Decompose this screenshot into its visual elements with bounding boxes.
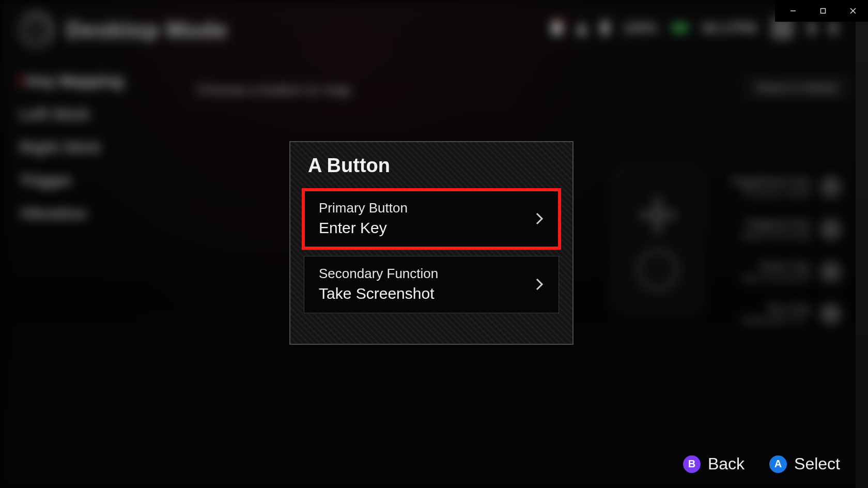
chevron-right-icon — [535, 211, 544, 226]
option-value: Enter Key — [319, 219, 408, 237]
button-mapping-modal: A Button Primary Button Enter Key Second… — [289, 141, 574, 345]
window-maximize-button[interactable] — [808, 0, 838, 22]
hint-back[interactable]: B Back — [683, 454, 745, 474]
window-controls — [775, 0, 868, 22]
option-label: Primary Button — [319, 200, 408, 216]
hint-back-label: Back — [708, 454, 745, 474]
option-label: Secondary Function — [319, 266, 438, 282]
window-minimize-button[interactable] — [778, 0, 808, 22]
hint-select-label: Select — [794, 454, 840, 474]
chevron-right-icon — [535, 277, 544, 292]
hint-select[interactable]: A Select — [769, 454, 840, 474]
a-button-icon: A — [769, 455, 787, 473]
window-close-button[interactable] — [838, 0, 868, 22]
modal-title: A Button — [308, 155, 557, 177]
b-button-icon: B — [683, 455, 701, 473]
svg-rect-1 — [821, 9, 826, 13]
primary-button-option[interactable]: Primary Button Enter Key — [304, 190, 559, 248]
footer-hints: B Back A Select — [683, 454, 840, 474]
secondary-function-option[interactable]: Secondary Function Take Screenshot — [304, 256, 559, 313]
option-value: Take Screenshot — [319, 285, 438, 302]
